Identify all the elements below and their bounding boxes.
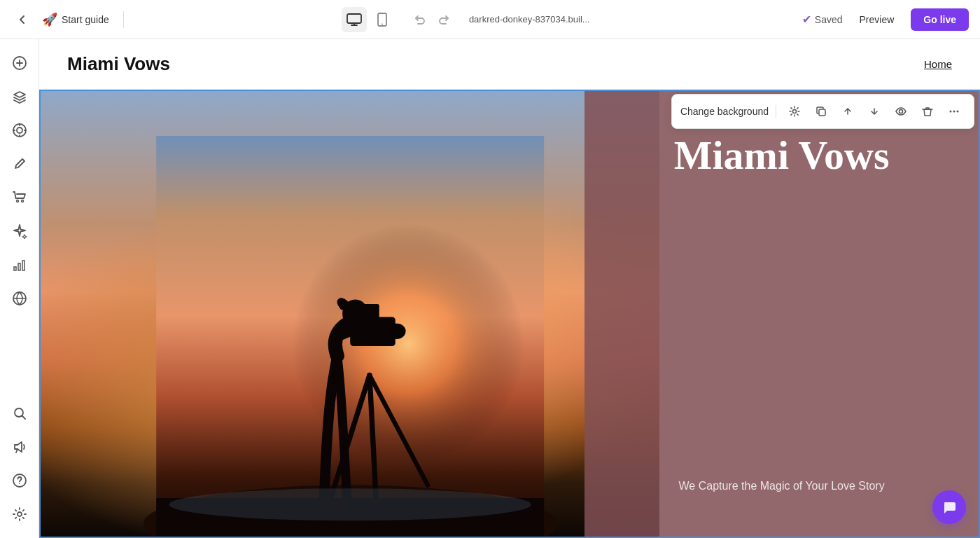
delete-ctx-button[interactable] [916,100,939,123]
move-up-ctx-button[interactable] [836,100,859,123]
svg-point-20 [793,110,797,113]
go-live-button[interactable]: Go live [911,8,969,31]
undo-redo-group [409,8,455,31]
site-nav: Home [924,58,952,71]
nav-divider [123,11,124,28]
chat-bubble[interactable] [932,490,966,524]
nav-center: darkred-donkey-837034.buil... [138,7,794,32]
svg-point-23 [950,111,952,113]
site-url: darkred-donkey-837034.buil... [469,14,590,25]
context-toolbar: Change background [671,94,974,129]
svg-point-15 [18,512,22,516]
hero-section[interactable]: Miami Vows We Capture the Magic of Your … [39,90,980,538]
cart-icon[interactable] [4,182,35,213]
hero-overlay-panel: Miami Vows We Capture the Magic of Your … [584,91,979,537]
svg-point-25 [957,111,959,113]
megaphone-icon[interactable] [4,432,35,462]
saved-status: ✔ Saved [802,13,843,26]
hero-subtitle: We Capture the Magic of Your Love Story [679,478,885,495]
site-header: Miami Vows Home [39,39,980,90]
more-ctx-button[interactable] [943,100,965,123]
search-icon[interactable] [4,398,35,429]
start-guide-label: Start guide [62,14,109,25]
sidebar-bottom [4,398,35,530]
add-section-icon[interactable] [4,48,35,78]
translate-icon[interactable] [4,283,35,314]
left-sidebar [0,39,39,538]
visibility-ctx-button[interactable] [890,100,912,123]
hero-background-image [41,91,659,537]
hero-title: Miami Vows [674,133,890,178]
mobile-view-button[interactable] [370,7,395,32]
canvas-area[interactable]: Rate smart layout Section Change backgro… [39,90,980,538]
chart-icon[interactable] [4,249,35,280]
redo-button[interactable] [433,8,455,31]
svg-rect-8 [14,267,16,270]
svg-point-2 [382,23,383,25]
ctx-divider-1 [776,104,776,118]
top-navigation: 🚀 Start guide [0,0,980,39]
svg-rect-9 [18,263,20,270]
change-background-label: Change background [680,106,769,117]
theme-icon[interactable] [4,115,35,146]
svg-point-35 [388,323,406,338]
home-nav-link[interactable]: Home [924,58,952,70]
start-guide-link[interactable]: 🚀 Start guide [42,12,109,27]
svg-point-7 [21,200,23,202]
svg-rect-10 [22,261,24,270]
rocket-icon: 🚀 [42,12,57,27]
copy-ctx-button[interactable] [810,100,832,123]
sparkle-icon[interactable] [4,216,35,247]
saved-check-icon: ✔ [802,13,811,26]
svg-point-37 [169,488,531,520]
undo-button[interactable] [409,8,431,31]
device-toggle [342,7,395,32]
svg-rect-0 [347,14,361,23]
help-icon[interactable] [4,465,35,496]
desktop-view-button[interactable] [342,7,367,32]
settings-ctx-button[interactable] [783,100,806,123]
settings-icon[interactable] [4,499,35,530]
nav-right-group: ✔ Saved Preview Go live [802,8,969,31]
svg-point-14 [19,483,20,485]
edit-icon[interactable] [4,149,35,179]
svg-point-24 [953,111,955,113]
svg-point-22 [899,110,903,113]
chat-icon [941,499,957,515]
content-area: Miami Vows Home Rate smart layout [39,39,980,538]
svg-point-6 [16,200,18,202]
site-title: Miami Vows [67,53,170,75]
preview-button[interactable]: Preview [851,10,903,29]
svg-point-4 [17,127,22,133]
saved-label: Saved [815,14,843,25]
silhouette-svg [41,136,659,537]
layers-icon[interactable] [4,81,35,112]
main-layout: Miami Vows Home Rate smart layout [0,39,980,538]
move-down-ctx-button[interactable] [863,100,886,123]
back-button[interactable] [11,8,34,31]
